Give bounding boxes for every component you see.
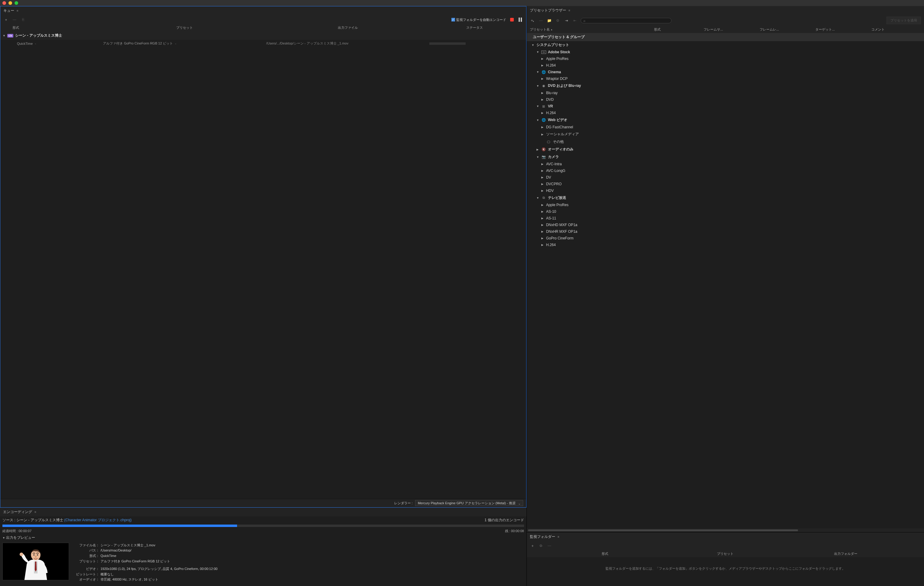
apply-preset-button[interactable]: プリセットを適用 [886, 17, 921, 24]
col-preset-comment[interactable]: コメント [871, 27, 921, 32]
stop-icon [510, 18, 514, 21]
svg-point-6 [20, 552, 23, 556]
preset-browser-panel: プリセットブラウザー ≡ ＋▾ — 📁 ⚙ ⇥ ⇤ ⌕ プリセットを適用 プリセ… [527, 6, 924, 532]
remove-source-button[interactable]: — [12, 17, 17, 22]
chevron-down-icon: ▼ [536, 51, 540, 54]
preset-tree-item[interactable]: ▼StAdobe Stock [527, 49, 924, 55]
minimize-window-button[interactable] [8, 1, 12, 5]
chevron-right-icon: ▶ [541, 64, 544, 67]
preset-tree-item[interactable]: ▶AS-10 [527, 208, 924, 215]
preset-tree-item[interactable]: 🖵その他 [527, 138, 924, 145]
renderer-dropdown[interactable]: Mercury Playback Engine GPU アクセラレーション (M… [415, 500, 523, 506]
col-watch-output: 出力フォルダー [785, 551, 906, 556]
preset-tree-label: Wraptor DCP [546, 77, 568, 81]
export-preset-button[interactable]: ⇤ [572, 18, 578, 23]
category-icon: ⧉ [541, 196, 546, 200]
chevron-right-icon: ▶ [541, 217, 544, 220]
preset-tree-item[interactable]: ▶H.264 [527, 110, 924, 116]
import-preset-button[interactable]: ⇥ [564, 18, 569, 23]
preset-search-input[interactable]: ⌕ [581, 18, 672, 23]
remove-watch-folder-button[interactable]: ⚙̶ [538, 543, 544, 548]
preset-tree-item[interactable]: ▼◉DVD および Blu-ray [527, 82, 924, 89]
preset-tree-item[interactable]: ▶DVCPRO [527, 181, 924, 187]
preset-tree-item[interactable]: ▶ソーシャルメディア [527, 130, 924, 138]
chevron-right-icon: ▶ [541, 111, 544, 114]
user-presets-group[interactable]: ユーザープリセット & グループ [527, 33, 924, 41]
preset-tree-label: Blu-ray [546, 91, 558, 95]
remove-preset-button[interactable]: — [538, 18, 544, 23]
close-window-button[interactable] [2, 1, 6, 5]
queue-panel-title: キュー [3, 8, 14, 13]
preset-tree-item[interactable]: ▼⊞VR [527, 103, 924, 110]
col-preset-framesize[interactable]: フレームサ... [704, 27, 760, 32]
preset-tree-label: DVCPRO [546, 182, 562, 186]
stop-queue-button[interactable] [509, 17, 515, 22]
add-watch-folder-button[interactable]: ＋ [530, 543, 535, 548]
preset-tree-item[interactable]: ▶Apple ProRes [527, 55, 924, 62]
pause-queue-button[interactable] [518, 17, 523, 22]
add-source-button[interactable]: ＋ [3, 17, 9, 22]
queue-output-row[interactable]: ▼ QuickTime ⌄ アルファ付き GoPro CineForm RGB … [0, 40, 526, 47]
category-icon: 🔇 [541, 147, 546, 151]
output-format[interactable]: QuickTime [17, 42, 33, 45]
preset-tree-item[interactable]: ▼🌐Web ビデオ [527, 116, 924, 124]
preset-tree-label: その他 [553, 139, 564, 144]
preset-tree-label: GoPro CineForm [546, 236, 574, 240]
preset-tree-item[interactable]: ▶AS-11 [527, 215, 924, 221]
watch-column-headers: 形式 プリセット 出力フォルダー [527, 550, 924, 557]
preset-tree-item[interactable]: ▶DNxHD MXF OP1a [527, 221, 924, 228]
preset-tree-item[interactable]: ▶HDV [527, 187, 924, 194]
output-path[interactable]: /Users/.../Desktop/シーン - アップルスミス博士 _1.mo… [266, 41, 429, 46]
preset-tree-item[interactable]: ▶Wraptor DCP [527, 75, 924, 82]
preset-tree-item[interactable]: ▶DG FastChannel [527, 124, 924, 130]
auto-encode-checkbox[interactable]: ✓ 監視フォルダーを自動エンコード [451, 18, 506, 22]
preset-tree-item[interactable]: ▼🌐Cinema [527, 69, 924, 75]
preset-tree-item[interactable]: ▼📷カメラ [527, 153, 924, 161]
encoding-project-link[interactable]: (Character Animator プロジェクト.chproj) [64, 518, 132, 522]
preview-section: ファイル名 :シーン - アップルスミス博士 _1.mov パス :/Users… [0, 541, 526, 586]
preset-tree-item[interactable]: ▶DVD [527, 96, 924, 103]
watch-panel-title: 監視フォルダー [530, 534, 555, 540]
preset-tree-item[interactable]: ▶GoPro CineForm [527, 235, 924, 241]
preset-tree-label: テレビ放送 [548, 195, 566, 200]
col-watch-format: 形式 [545, 551, 665, 556]
preset-settings-button[interactable]: ⚙ [555, 18, 561, 23]
chevron-right-icon: ▶ [541, 223, 544, 226]
preset-tree-item[interactable]: ▶DV [527, 174, 924, 181]
duplicate-button[interactable]: ⎘ [20, 17, 26, 22]
system-presets-group[interactable]: ▼ システムプリセット [527, 41, 924, 49]
watch-folder-remove-button[interactable]: — [547, 543, 552, 548]
panel-menu-icon[interactable]: ≡ [35, 510, 36, 513]
chevron-down-icon: ⌄ [35, 42, 36, 45]
preset-tree-item[interactable]: ▶AVC-LongG [527, 167, 924, 174]
preset-tree-item[interactable]: ▼⧉テレビ放送 [527, 194, 924, 201]
chevron-down-icon: ▼ [536, 105, 540, 108]
preset-tree-item[interactable]: ▶Blu-ray [527, 89, 924, 96]
new-group-button[interactable]: 📁 [547, 18, 552, 23]
queue-panel: キュー ≡ ＋ — ⎘ ✓ 監視フォルダーを自動エンコード 形式 プリセット [0, 6, 526, 508]
col-preset-format[interactable]: 形式 [654, 27, 704, 32]
output-preset[interactable]: アルファ付き GoPro CineForm RGB 12 ビット [103, 41, 173, 46]
window-titlebar [0, 0, 924, 6]
preset-tree-item[interactable]: ▶H.264 [527, 241, 924, 248]
maximize-window-button[interactable] [15, 1, 18, 5]
category-icon: 🖵 [546, 140, 551, 144]
col-preset-framerate[interactable]: フレームレ... [760, 27, 816, 32]
preset-tree-label: Adobe Stock [548, 50, 570, 54]
chevron-down-icon: ▼ [536, 119, 540, 122]
col-preset-name[interactable]: プリセット名 ▴ [530, 27, 654, 32]
preview-disclosure[interactable]: ▼ 出力をプレビュー [2, 535, 524, 540]
queue-source-row[interactable]: ▼ Ch シーン - アップルスミス博士 [0, 31, 526, 40]
preset-tree-item[interactable]: ▶Apple ProRes [527, 201, 924, 208]
panel-menu-icon[interactable]: ≡ [558, 535, 559, 538]
preset-tree-item[interactable]: ▶AVC-Intra [527, 161, 924, 167]
add-preset-button[interactable]: ＋▾ [530, 18, 535, 23]
preset-tree-item[interactable]: ▶🔇オーディオのみ [527, 145, 924, 153]
preset-tree-item[interactable]: ▶DNxHR MXF OP1a [527, 228, 924, 235]
panel-menu-icon[interactable]: ≡ [16, 9, 18, 12]
preset-tree-item[interactable]: ▶H.264 [527, 62, 924, 69]
col-preset-target[interactable]: ターゲット... [815, 27, 871, 32]
disclosure-icon[interactable]: ▼ [3, 34, 5, 37]
preset-horizontal-scrollbar[interactable] [527, 528, 924, 532]
panel-menu-icon[interactable]: ≡ [569, 9, 570, 12]
